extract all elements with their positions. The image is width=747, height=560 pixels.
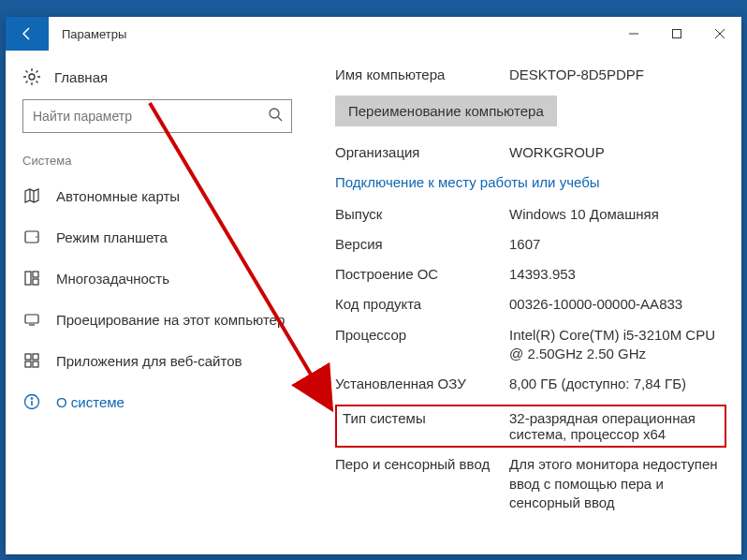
computer-name-label: Имя компьютера [335,66,509,84]
nav-label: Проецирование на этот компьютер [56,312,285,328]
svg-point-18 [31,398,33,400]
row-org: Организация WORKGROUP [335,143,726,162]
titlebar: Параметры [6,17,741,51]
svg-rect-13 [33,354,38,360]
sidebar-item-multitasking[interactable]: Многозадачность [6,258,309,299]
search-icon [268,107,283,125]
content-area: Главная Система Автономные карты Режим п… [6,51,741,554]
svg-point-3 [270,109,279,118]
close-button[interactable] [698,17,741,51]
minimize-button[interactable] [612,17,655,51]
product-value: 00326-10000-00000-AA833 [509,295,726,314]
sidebar: Главная Система Автономные карты Режим п… [6,51,309,554]
nav-label: Автономные карты [56,188,180,204]
apps-icon [22,351,41,370]
map-icon [22,186,41,205]
tablet-icon [22,228,41,246]
svg-rect-8 [33,272,38,277]
nav-label: Приложения для веб-сайтов [56,353,242,369]
home-label: Главная [54,69,108,85]
svg-rect-9 [33,279,38,285]
window-controls [612,17,741,51]
project-icon [22,310,41,329]
home-row[interactable]: Главная [6,67,309,99]
maximize-icon [671,28,682,39]
version-label: Версия [335,235,509,254]
build-label: Построение ОС [335,265,509,284]
minimize-icon [628,28,639,39]
edition-value: Windows 10 Домашняя [509,205,726,224]
section-label: Система [6,146,309,175]
row-ram: Установленная ОЗУ 8,00 ГБ (доступно: 7,8… [335,375,726,393]
gear-icon [22,67,41,86]
row-build: Построение ОС 14393.953 [335,265,726,284]
back-button[interactable] [6,17,49,51]
sidebar-item-apps-websites[interactable]: Приложения для веб-сайтов [6,340,309,381]
systype-value: 32-разрядная операционная система, проце… [509,410,719,442]
main-panel: Имя компьютера DESKTOP-8D5PDPF Переимено… [309,51,741,554]
row-product: Код продукта 00326-10000-00000-AA833 [335,295,726,314]
org-value: WORKGROUP [509,143,726,162]
window-title: Параметры [49,27,612,41]
sidebar-item-offline-maps[interactable]: Автономные карты [6,175,309,216]
rename-button[interactable]: Переименование компьютера [335,96,557,126]
arrow-left-icon [19,25,36,42]
svg-rect-10 [25,315,38,323]
sidebar-item-about[interactable]: О системе [6,381,309,422]
nav-label: О системе [56,394,124,410]
computer-name-value: DESKTOP-8D5PDPF [509,66,726,84]
product-label: Код продукта [335,295,509,314]
ram-value: 8,00 ГБ (доступно: 7,84 ГБ) [509,375,726,393]
svg-line-4 [278,117,282,121]
row-pen: Перо и сенсорный ввод Для этого монитора… [335,455,726,512]
svg-rect-14 [25,361,31,367]
row-computer-name: Имя компьютера DESKTOP-8D5PDPF [335,66,726,84]
multitask-icon [22,269,41,287]
svg-point-6 [36,236,37,238]
settings-window: Параметры Главная Сист [6,17,741,554]
svg-rect-15 [33,361,38,367]
pen-value: Для этого монитора недоступен ввод с пом… [509,455,726,512]
version-value: 1607 [509,235,726,254]
info-icon [22,392,41,411]
maximize-button[interactable] [655,17,698,51]
highlight-systype: Тип системы 32-разрядная операционная си… [335,405,726,448]
sidebar-item-projecting[interactable]: Проецирование на этот компьютер [6,299,309,340]
row-cpu: Процессор Intel(R) Core(TM) i5-3210M CPU… [335,326,726,364]
row-version: Версия 1607 [335,235,726,254]
row-edition: Выпуск Windows 10 Домашняя [335,205,726,224]
sidebar-item-tablet-mode[interactable]: Режим планшета [6,216,309,258]
cpu-label: Процессор [335,326,509,364]
nav-label: Режим планшета [56,229,168,245]
ram-label: Установленная ОЗУ [335,375,509,393]
search-wrap [6,99,309,146]
edition-label: Выпуск [335,205,509,224]
search-input[interactable] [22,99,292,133]
cpu-value: Intel(R) Core(TM) i5-3210M CPU @ 2.50GHz… [509,326,726,364]
systype-label: Тип системы [343,410,509,442]
close-icon [714,28,725,39]
connect-link[interactable]: Подключение к месту работы или учебы [335,174,726,190]
org-label: Организация [335,143,509,162]
svg-rect-7 [25,272,31,285]
svg-rect-1 [673,30,681,38]
svg-rect-12 [25,354,31,360]
svg-point-2 [29,74,35,80]
pen-label: Перо и сенсорный ввод [335,455,509,512]
build-value: 14393.953 [509,265,726,284]
nav-label: Многозадачность [56,271,169,287]
